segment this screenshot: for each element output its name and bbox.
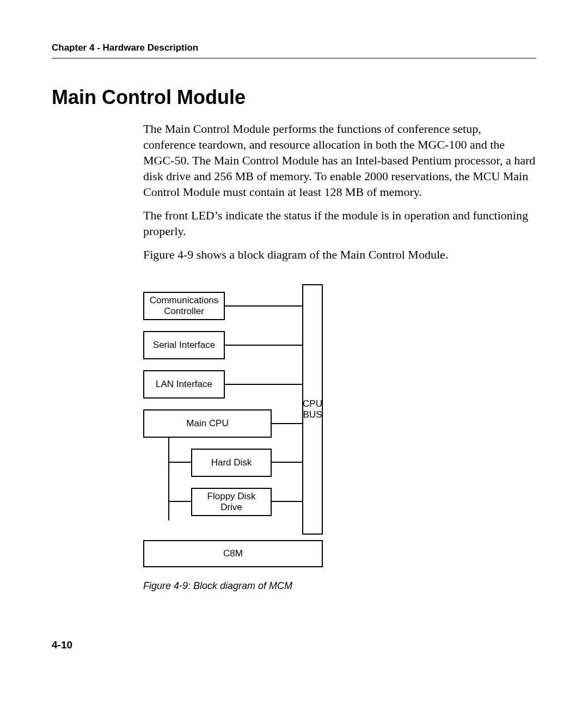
box-main-cpu: Main CPU (143, 409, 272, 438)
connector-serial-to-bus (225, 345, 302, 346)
paragraph-3: Figure 4-9 shows a block diagram of the … (143, 247, 536, 262)
connector-to-floppy (168, 501, 191, 502)
box-c8m: C8M (143, 540, 323, 567)
connector-cpu-vertical (168, 438, 169, 520)
chapter-header: Chapter 4 - Hardware Description (52, 42, 536, 53)
label-communications-controller: Communications Controller (148, 295, 220, 317)
body-column: The Main Control Module performs the fun… (143, 121, 536, 262)
block-diagram: CPU BUS Communications Controller Serial… (143, 284, 323, 567)
label-floppy-disk-drive: Floppy Disk Drive (195, 491, 267, 513)
box-communications-controller: Communications Controller (143, 292, 225, 320)
label-hard-disk: Hard Disk (211, 457, 252, 468)
label-c8m: C8M (223, 548, 243, 559)
label-lan-interface: LAN Interface (156, 379, 212, 390)
paragraph-2: The front LED’s indicate the status if t… (143, 207, 536, 239)
connector-to-hard-disk (168, 462, 191, 463)
box-floppy-disk-drive: Floppy Disk Drive (191, 488, 272, 516)
cpu-bus-text-1: CPU BUS (303, 399, 322, 420)
box-lan-interface: LAN Interface (143, 370, 225, 399)
connector-comm-to-bus (225, 305, 302, 307)
header-rule (52, 58, 536, 59)
page-number: 4-10 (52, 639, 72, 651)
label-main-cpu: Main CPU (186, 418, 228, 429)
box-hard-disk: Hard Disk (191, 449, 272, 477)
box-serial-interface: Serial Interface (143, 331, 225, 359)
figure-caption: Figure 4-9: Block diagram of MCM (143, 580, 323, 592)
section-title: Main Control Module (52, 86, 536, 109)
cpu-bus-label: CPU BUS (303, 399, 322, 421)
connector-hd-to-bus (272, 462, 302, 463)
label-serial-interface: Serial Interface (153, 340, 215, 351)
connector-lan-to-bus (225, 384, 302, 385)
paragraph-1: The Main Control Module performs the fun… (143, 121, 536, 200)
figure-block: CPU BUS Communications Controller Serial… (143, 284, 323, 592)
cpu-bus-bar: CPU BUS (302, 284, 323, 535)
connector-cpu-to-bus (272, 423, 302, 424)
connector-fd-to-bus (272, 501, 302, 502)
